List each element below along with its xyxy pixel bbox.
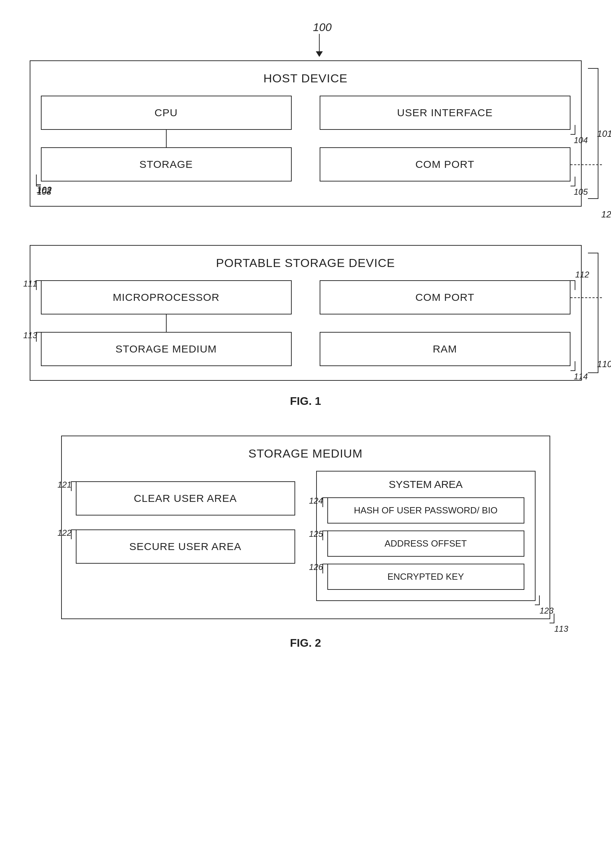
ref-112-num: 112 bbox=[575, 270, 589, 279]
ref-113-num: 113 bbox=[23, 330, 37, 340]
host-device-box: HOST DEVICE 102 102 CPU bbox=[30, 60, 581, 207]
hash-box: HASH OF USER PASSWORD/ BIO bbox=[327, 498, 524, 524]
portable-device-title: PORTABLE STORAGE DEVICE bbox=[41, 256, 571, 270]
right-col-fig2: SYSTEM AREA 124 HASH OF USER PASSWORD/ B… bbox=[316, 471, 536, 601]
cpu-col: 102 CPU STORAGE 103 bbox=[41, 96, 292, 181]
ref-104-num: 104 bbox=[574, 135, 588, 145]
ref-122-num: 122 bbox=[58, 528, 72, 538]
page: 100 HOST DEVICE 102 102 bbox=[0, 0, 611, 670]
ref-112-bracket bbox=[571, 280, 575, 290]
address-wrapper: 125 ADDRESS OFFSET bbox=[327, 530, 524, 557]
clear-user-area-wrapper: 121 CLEAR USER AREA bbox=[76, 481, 295, 516]
ref-100: 100 bbox=[313, 21, 331, 34]
ui-comport-col: 104 USER INTERFACE COM PORT bbox=[320, 96, 571, 181]
secure-user-area-wrapper: 122 SECURE USER AREA bbox=[76, 529, 295, 564]
system-area-title: SYSTEM AREA bbox=[327, 479, 524, 490]
ref-122-bracket bbox=[71, 529, 76, 539]
ram-box: RAM bbox=[320, 332, 571, 366]
storage-medium-outer: STORAGE MEDIUM 121 CLEAR USER AREA bbox=[61, 436, 550, 619]
hash-wrapper: 124 HASH OF USER PASSWORD/ BIO bbox=[327, 498, 524, 524]
address-box: ADDRESS OFFSET bbox=[327, 530, 524, 557]
clear-user-area-box: CLEAR USER AREA bbox=[76, 481, 295, 516]
fig2-wrapper: STORAGE MEDIUM 121 CLEAR USER AREA bbox=[28, 436, 583, 649]
secure-user-area-box: SECURE USER AREA bbox=[76, 529, 295, 564]
microprocessor-box: MICROPROCESSOR bbox=[41, 280, 292, 315]
ref-111-num: 111 bbox=[23, 279, 37, 288]
ref-124-bracket bbox=[322, 498, 327, 507]
portable-device-box: PORTABLE STORAGE DEVICE 111 MICROPROCESS… bbox=[30, 245, 581, 381]
ref-125-num: 125 bbox=[309, 529, 323, 539]
host-inner-grid: 102 CPU STORAGE 103 bbox=[41, 96, 571, 192]
ref-124-num: 124 bbox=[309, 496, 323, 506]
ui-col: 104 USER INTERFACE bbox=[320, 96, 571, 130]
host-comport-col: COM PORT 105 bbox=[320, 147, 571, 181]
comport-ram-col: 112 COM PORT RAM 114 bbox=[320, 280, 571, 366]
left-col-fig2: 121 CLEAR USER AREA 122 SECURE USER AREA bbox=[76, 471, 295, 564]
outer-ref-113-num: 113 bbox=[554, 624, 568, 634]
host-device-title: HOST DEVICE bbox=[41, 71, 571, 85]
ref-120-num: 120 bbox=[601, 209, 611, 220]
micro-storage-connector bbox=[166, 315, 166, 332]
fig1-label: FIG. 1 bbox=[30, 395, 581, 408]
encrypted-box: ENCRYPTED KEY bbox=[327, 564, 524, 590]
ref-101-num: 101 bbox=[597, 128, 611, 139]
ref-103-num: 103 bbox=[37, 187, 51, 197]
cpu-storage-connector bbox=[166, 130, 166, 147]
ref-126-num: 126 bbox=[309, 562, 323, 572]
ref-101-bracket bbox=[588, 68, 599, 199]
ref-110-bracket bbox=[588, 253, 599, 373]
ref-114-num: 114 bbox=[574, 372, 588, 381]
system-area-box: SYSTEM AREA 124 HASH OF USER PASSWORD/ B… bbox=[316, 471, 536, 601]
storage-box: STORAGE bbox=[41, 147, 292, 181]
storage-medium-title: STORAGE MEDIUM bbox=[76, 447, 536, 460]
ref-121-num: 121 bbox=[58, 480, 72, 490]
cpu-box: CPU bbox=[41, 96, 292, 130]
micro-col: 111 MICROPROCESSOR bbox=[41, 280, 292, 315]
portable-comport-box: COM PORT bbox=[320, 280, 571, 315]
user-interface-box: USER INTERFACE bbox=[320, 96, 571, 130]
ref-104-bracket bbox=[571, 125, 575, 135]
ref-123-bracket bbox=[535, 595, 540, 605]
fig1-container: 100 HOST DEVICE 102 102 bbox=[30, 21, 581, 408]
portable-comport-col: 112 COM PORT bbox=[320, 280, 571, 315]
host-comport-box: COM PORT bbox=[320, 147, 571, 181]
portable-inner-grid: 111 MICROPROCESSOR 113 STORAGE MEDIUM bbox=[41, 280, 571, 366]
ref-121-bracket bbox=[71, 481, 76, 491]
micro-storage-col: 111 MICROPROCESSOR 113 STORAGE MEDIUM bbox=[41, 280, 292, 366]
outer-ref-113-bracket bbox=[549, 614, 554, 623]
fig2-inner-grid: 121 CLEAR USER AREA 122 SECURE USER AREA bbox=[76, 471, 536, 601]
ref-105-bracket bbox=[571, 177, 575, 186]
fig2-label: FIG. 2 bbox=[61, 637, 550, 649]
ref-114-bracket bbox=[571, 361, 575, 371]
ref-105-num: 105 bbox=[574, 187, 588, 197]
ref-103-bracket bbox=[36, 177, 41, 186]
storage-col: STORAGE 103 bbox=[41, 147, 292, 181]
storage-medium-box: STORAGE MEDIUM bbox=[41, 332, 292, 366]
storage-medium-col: 113 STORAGE MEDIUM bbox=[41, 332, 292, 366]
ref-110-num: 110 bbox=[597, 359, 611, 370]
ram-col: RAM 114 bbox=[320, 332, 571, 366]
encrypted-wrapper: 126 ENCRYPTED KEY bbox=[327, 564, 524, 590]
